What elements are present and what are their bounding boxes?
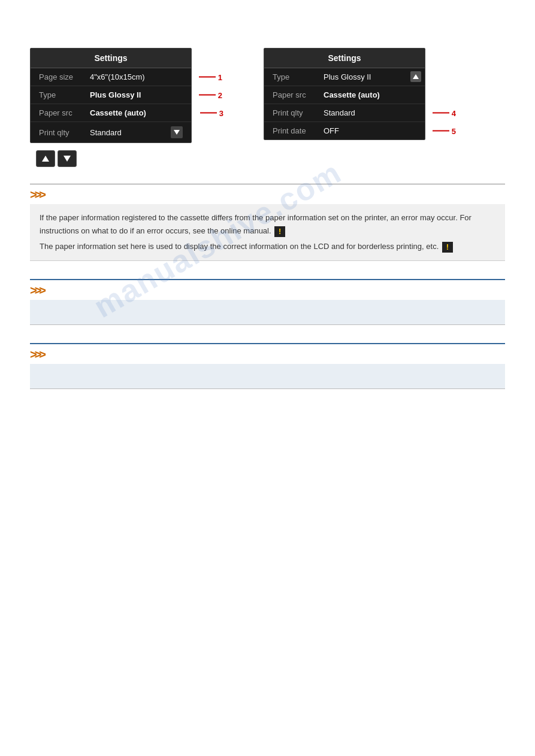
note-3-line-1 xyxy=(40,370,495,382)
warning-icon-1 xyxy=(274,226,285,237)
left-panel-wrapper: Settings Page size 4"x6"(10x15cm) 1 Typ xyxy=(30,48,192,143)
callout-2: 2 xyxy=(218,90,222,99)
right-settings-panel: Settings Type Plus Glossy II Paper src C… xyxy=(264,48,425,140)
right-value-type: Plus Glossy II xyxy=(324,72,416,81)
note-section-1: >>> If the paper information registered … xyxy=(30,184,505,261)
right-row-paper-src: Paper src Cassette (auto) xyxy=(264,86,425,104)
note-section-2: >>> xyxy=(30,279,505,325)
left-label-page-size: Page size xyxy=(39,72,90,81)
left-row-type: Type Plus Glossy II 2 xyxy=(31,86,191,104)
right-panel-header: Settings xyxy=(264,48,425,68)
right-value-print-date: OFF xyxy=(324,126,416,135)
warning-icon-2 xyxy=(442,242,453,253)
nav-arrows xyxy=(36,150,192,167)
callout-1: 1 xyxy=(218,72,222,81)
note-1-content: If the paper information registered to t… xyxy=(30,204,505,261)
note-2-line-1 xyxy=(40,306,495,318)
right-value-paper-src: Cassette (auto) xyxy=(324,90,416,99)
svg-marker-0 xyxy=(174,130,180,135)
right-label-print-qlty: Print qlty xyxy=(273,108,324,117)
left-value-type: Plus Glossy II xyxy=(90,90,183,99)
left-value-print-qlty: Standard xyxy=(90,128,167,137)
note-1-line-1: If the paper information registered to t… xyxy=(40,211,495,238)
right-row-print-qlty: Print qlty Standard 4 xyxy=(264,104,425,122)
note-2-content xyxy=(30,300,505,325)
svg-marker-1 xyxy=(42,156,49,162)
left-settings-panel: Settings Page size 4"x6"(10x15cm) 1 Typ xyxy=(30,48,192,143)
svg-marker-2 xyxy=(64,156,71,162)
right-label-type: Type xyxy=(273,72,324,81)
right-label-paper-src: Paper src xyxy=(273,90,324,99)
right-panel-wrapper: Settings Type Plus Glossy II Paper src C… xyxy=(264,48,425,140)
right-row-type: Type Plus Glossy II xyxy=(264,68,425,86)
left-label-paper-src: Paper src xyxy=(39,108,90,117)
left-label-type: Type xyxy=(39,90,90,99)
note-3-content xyxy=(30,364,505,389)
left-panel-header: Settings xyxy=(31,48,191,68)
callout-5: 5 xyxy=(452,126,456,135)
note-section-3: >>> xyxy=(30,343,505,389)
note-3-triple-arrow: >>> xyxy=(30,348,44,362)
left-row-page-size: Page size 4"x6"(10x15cm) 1 xyxy=(31,68,191,86)
left-row-print-qlty: Print qlty Standard xyxy=(31,122,191,142)
scroll-up-indicator xyxy=(410,71,421,82)
callout-4: 4 xyxy=(452,108,456,117)
left-row-paper-src: Paper src Cassette (auto) 3 xyxy=(31,104,191,122)
note-2-triple-arrow: >>> xyxy=(30,284,44,297)
svg-marker-3 xyxy=(413,74,419,79)
left-value-page-size: 4"x6"(10x15cm) xyxy=(90,72,183,81)
panels-row: Settings Page size 4"x6"(10x15cm) 1 Typ xyxy=(30,48,505,167)
right-value-print-qlty: Standard xyxy=(324,108,416,117)
nav-up-button[interactable] xyxy=(36,150,55,167)
right-label-print-date: Print date xyxy=(273,126,324,135)
callout-3: 3 xyxy=(219,108,223,117)
left-value-paper-src: Cassette (auto) xyxy=(90,108,183,117)
note-1-triple-arrow: >>> xyxy=(30,188,44,202)
left-label-print-qlty: Print qlty xyxy=(39,128,90,137)
right-row-print-date: Print date OFF 5 xyxy=(264,122,425,139)
nav-down-button[interactable] xyxy=(58,150,77,167)
note-1-line-2: The paper information set here is used t… xyxy=(40,240,495,253)
